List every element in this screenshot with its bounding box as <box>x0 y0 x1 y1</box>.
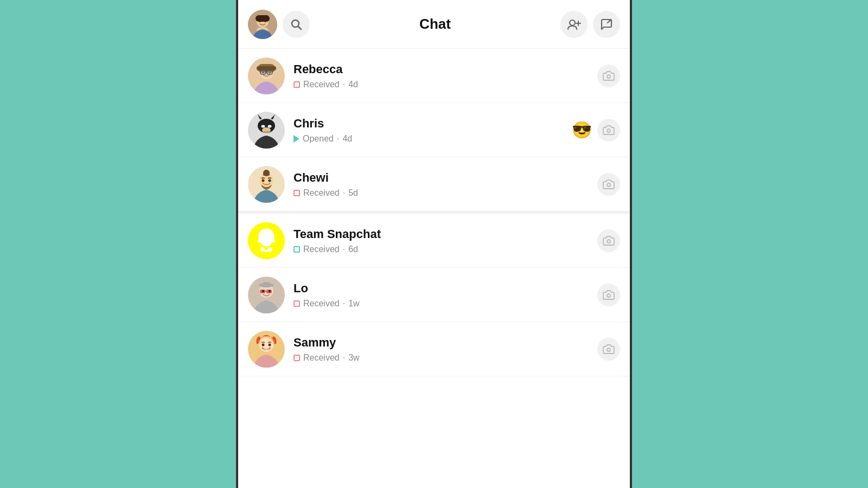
chat-status-sammy: Received · 3w <box>293 353 597 363</box>
camera-button-chewi[interactable] <box>597 173 620 196</box>
emoji-chris: 😎 <box>572 120 592 139</box>
svg-point-54 <box>607 294 610 297</box>
received-icon-chewi <box>293 190 300 196</box>
camera-button-lo[interactable] <box>597 284 620 306</box>
chat-right-team-snapchat <box>597 229 620 252</box>
dot-separator: · <box>343 188 345 198</box>
chat-name-sammy: Sammy <box>293 336 597 350</box>
svg-point-33 <box>607 129 610 132</box>
chat-info-rebecca: Rebecca Received · 4d <box>293 62 597 89</box>
svg-rect-19 <box>260 70 266 74</box>
chat-status-chewi: Received · 5d <box>293 188 597 198</box>
avatar-team-snapchat <box>248 222 285 259</box>
svg-point-38 <box>262 179 265 182</box>
chat-right-lo <box>597 284 620 306</box>
chat-item-team-snapchat[interactable]: Team Snapchat Received · 6d <box>238 214 630 268</box>
svg-rect-16 <box>257 66 276 70</box>
chat-right-rebecca <box>597 65 620 87</box>
svg-point-40 <box>607 183 610 187</box>
header-right <box>560 11 620 38</box>
received-icon-lo <box>293 300 300 307</box>
svg-point-57 <box>262 343 265 346</box>
dot-separator: · <box>343 299 345 309</box>
add-friend-button[interactable] <box>560 11 588 38</box>
phone-frame: Chat <box>236 0 632 488</box>
svg-point-58 <box>269 343 271 346</box>
chat-info-sammy: Sammy Received · 3w <box>293 336 597 363</box>
avatar-chewi <box>248 166 285 203</box>
chat-list: Rebecca Received · 4d <box>238 49 630 488</box>
avatar-lo <box>248 277 285 313</box>
status-text-team-snapchat: Received <box>303 245 340 254</box>
status-text-sammy: Received <box>303 353 340 363</box>
camera-button-chris[interactable] <box>597 119 620 142</box>
svg-point-28 <box>261 125 265 127</box>
received-icon-sammy <box>293 355 300 361</box>
chat-status-lo: Received · 1w <box>293 299 597 309</box>
search-button[interactable] <box>283 11 310 38</box>
chat-info-team-snapchat: Team Snapchat Received · 6d <box>293 227 597 254</box>
avatar-chris <box>248 112 285 149</box>
status-text-chris: Opened <box>303 134 334 144</box>
svg-line-12 <box>610 20 611 21</box>
svg-point-44 <box>607 240 610 243</box>
svg-point-39 <box>269 179 271 182</box>
svg-rect-20 <box>267 70 272 74</box>
avatar-rebecca <box>248 57 285 94</box>
svg-line-7 <box>298 26 302 29</box>
chat-info-chewi: Chewi Received · 5d <box>293 171 597 198</box>
chat-right-chris: 😎 <box>572 119 620 142</box>
chat-name-team-snapchat: Team Snapchat <box>293 227 597 241</box>
status-text-rebecca: Received <box>303 80 340 89</box>
svg-point-53 <box>269 290 271 292</box>
svg-rect-37 <box>263 174 270 176</box>
time-team-snapchat: 6d <box>348 245 358 254</box>
time-chewi: 5d <box>348 188 358 198</box>
new-chat-button[interactable] <box>593 11 620 38</box>
svg-point-22 <box>607 75 610 78</box>
svg-rect-48 <box>263 282 270 286</box>
chat-name-chewi: Chewi <box>293 171 597 185</box>
svg-point-52 <box>262 290 264 292</box>
status-text-chewi: Received <box>303 188 340 198</box>
chat-status-rebecca: Received · 4d <box>293 80 597 89</box>
chat-name-chris: Chris <box>293 117 572 131</box>
svg-point-59 <box>607 348 610 351</box>
received-icon-team-snapchat <box>293 246 300 253</box>
camera-button-sammy[interactable] <box>597 338 620 361</box>
svg-rect-5 <box>256 15 270 22</box>
status-text-lo: Received <box>303 299 340 309</box>
camera-button-team-snapchat[interactable] <box>597 229 620 252</box>
chat-item-chris[interactable]: Chris Opened · 4d 😎 <box>238 103 630 157</box>
chat-item-lo[interactable]: Lo Received · 1w <box>238 268 630 322</box>
chat-right-sammy <box>597 338 620 361</box>
time-rebecca: 4d <box>348 80 358 89</box>
dot-separator: · <box>343 80 345 89</box>
chat-right-chewi <box>597 173 620 196</box>
chat-info-chris: Chris Opened · 4d <box>293 117 572 144</box>
svg-point-8 <box>570 20 575 25</box>
time-sammy: 3w <box>348 353 359 363</box>
chat-status-chris: Opened · 4d <box>293 134 572 144</box>
dot-separator: · <box>337 134 339 144</box>
chat-item-sammy[interactable]: Sammy Received · 3w <box>238 322 630 376</box>
chat-status-team-snapchat: Received · 6d <box>293 245 597 254</box>
avatar-sammy <box>248 331 285 368</box>
page-title: Chat <box>310 16 560 33</box>
svg-point-29 <box>268 125 272 127</box>
dot-separator: · <box>343 353 345 363</box>
my-avatar[interactable] <box>248 10 277 39</box>
chat-name-lo: Lo <box>293 281 597 296</box>
dot-separator: · <box>343 245 345 254</box>
chat-header: Chat <box>238 0 630 49</box>
chat-name-rebecca: Rebecca <box>293 62 597 76</box>
opened-icon-chris <box>293 135 299 143</box>
time-chris: 4d <box>342 134 352 144</box>
chat-item-rebecca[interactable]: Rebecca Received · 4d <box>238 49 630 103</box>
time-lo: 1w <box>348 299 359 309</box>
camera-button-rebecca[interactable] <box>597 65 620 87</box>
chat-item-chewi[interactable]: Chewi Received · 5d <box>238 157 630 211</box>
received-icon-rebecca <box>293 81 300 88</box>
chat-info-lo: Lo Received · 1w <box>293 281 597 309</box>
header-left <box>248 10 310 39</box>
